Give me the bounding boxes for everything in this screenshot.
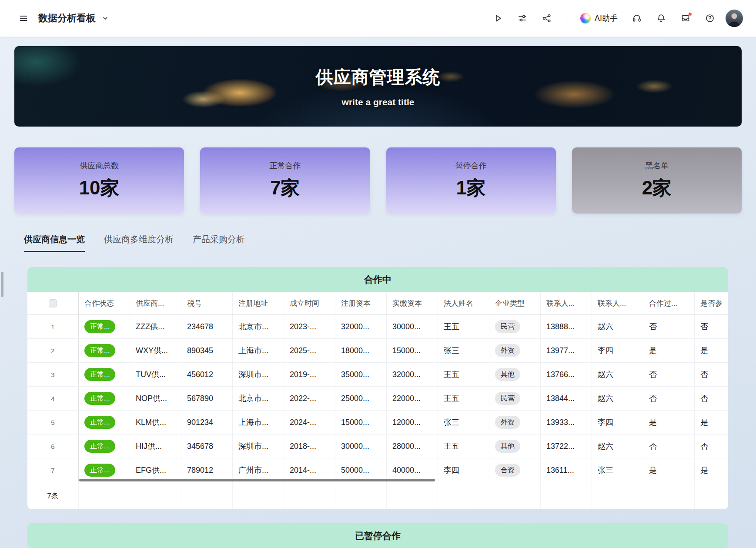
headset-icon[interactable] <box>628 10 646 27</box>
help-icon[interactable] <box>701 10 719 27</box>
tab-item[interactable]: 供应商信息一览 <box>24 234 85 252</box>
table-cell[interactable]: ZZZ供... <box>130 315 181 338</box>
table-cell[interactable]: 北京市... <box>233 387 284 410</box>
stat-card[interactable]: 黑名单2家 <box>572 147 742 214</box>
table-cell[interactable]: 否 <box>643 363 695 386</box>
vertical-scrollbar[interactable] <box>1 272 3 297</box>
table-cell[interactable]: 外资 <box>489 339 541 362</box>
settings-sliders-icon[interactable] <box>514 10 531 27</box>
table-cell[interactable]: 是 <box>643 411 695 434</box>
table-cell[interactable]: 正常... <box>79 387 130 410</box>
table-cell[interactable]: 2019-... <box>284 363 335 386</box>
table-cell[interactable]: 正常... <box>79 315 130 338</box>
table-cell[interactable]: 32000... <box>387 363 438 386</box>
table-cell[interactable]: 张三 <box>438 411 489 434</box>
table-cell[interactable]: 正常... <box>79 339 130 362</box>
tab-item[interactable]: 供应商多维度分析 <box>104 234 174 252</box>
table-cell[interactable]: TUV供... <box>130 363 181 386</box>
table-cell[interactable]: 345678 <box>181 434 233 458</box>
ai-assistant-button[interactable]: AI助手 <box>577 10 621 26</box>
table-cell[interactable]: 13722... <box>541 434 592 458</box>
table-cell[interactable]: 2025-... <box>284 339 335 362</box>
table-cell[interactable]: 北京市... <box>233 315 284 338</box>
table-cell[interactable]: 13844... <box>541 387 592 410</box>
table-cell[interactable]: NOP供... <box>130 387 181 410</box>
table-cell[interactable]: 13611... <box>541 458 592 482</box>
table-cell[interactable]: 合资 <box>489 458 541 482</box>
table-cell[interactable]: 否 <box>695 387 728 410</box>
table-cell[interactable]: 13977... <box>541 339 592 362</box>
table-cell[interactable]: 李四 <box>592 339 643 362</box>
table-cell[interactable]: 是 <box>695 411 728 434</box>
hero-banner[interactable]: 供应商管理系统 write a great title <box>14 46 742 127</box>
table-cell[interactable]: 456012 <box>181 363 233 386</box>
table-cell[interactable]: 2024-... <box>284 411 335 434</box>
table-cell[interactable]: 赵六 <box>592 315 643 338</box>
table-cell[interactable]: 50000... <box>335 458 387 482</box>
table-cell[interactable]: 40000... <box>387 458 438 482</box>
table-cell[interactable]: 789012 <box>181 458 233 482</box>
share-icon[interactable] <box>538 10 555 27</box>
table-cell[interactable]: 22000... <box>387 387 438 410</box>
stat-card[interactable]: 正常合作7家 <box>200 147 370 214</box>
table-cell[interactable]: 赵六 <box>592 387 643 410</box>
table-cell[interactable]: 30000... <box>335 434 387 458</box>
table-cell[interactable]: 深圳市... <box>233 434 284 458</box>
table-cell[interactable]: 王五 <box>438 315 489 338</box>
table-cell[interactable]: 王五 <box>438 387 489 410</box>
table-cell[interactable]: 赵六 <box>592 363 643 386</box>
table-cell[interactable]: 2014-... <box>284 458 335 482</box>
menu-icon[interactable] <box>15 10 32 27</box>
table-cell[interactable]: 901234 <box>181 411 233 434</box>
table-cell[interactable]: 上海市... <box>233 339 284 362</box>
table-cell[interactable]: 王五 <box>438 434 489 458</box>
play-icon[interactable] <box>489 10 507 27</box>
table-cell[interactable]: 否 <box>695 315 728 338</box>
table-cell[interactable]: 890345 <box>181 339 233 362</box>
table-cell[interactable]: 15000... <box>387 339 438 362</box>
table-cell[interactable]: 234678 <box>181 315 233 338</box>
select-all-checkbox[interactable] <box>49 299 57 307</box>
table-cell[interactable]: 否 <box>643 387 695 410</box>
table-cell[interactable]: WXY供... <box>130 339 181 362</box>
table-cell[interactable]: 是 <box>695 458 728 482</box>
table-cell[interactable]: 13933... <box>541 411 592 434</box>
horizontal-scrollbar[interactable] <box>79 479 435 481</box>
table-cell[interactable]: 民营 <box>489 315 541 338</box>
table-cell[interactable]: 深圳市... <box>233 363 284 386</box>
table-cell[interactable]: 张三 <box>438 339 489 362</box>
stat-card[interactable]: 供应商总数10家 <box>14 147 184 214</box>
table-cell[interactable]: 567890 <box>181 387 233 410</box>
chevron-down-icon[interactable] <box>102 15 109 22</box>
table-cell[interactable]: 外资 <box>489 411 541 434</box>
table-cell[interactable]: 否 <box>643 434 695 458</box>
table-cell[interactable]: 正常... <box>79 363 130 386</box>
table-cell[interactable]: EFG供... <box>130 458 181 482</box>
table-cell[interactable]: HIJ供... <box>130 434 181 458</box>
table-cell[interactable]: 28000... <box>387 434 438 458</box>
table-cell[interactable]: KLM供... <box>130 411 181 434</box>
table-cell[interactable]: 其他 <box>489 434 541 458</box>
tab-item[interactable]: 产品采购分析 <box>193 234 245 252</box>
table-cell[interactable]: 13888... <box>541 315 592 338</box>
table-cell[interactable]: 2023-... <box>284 315 335 338</box>
table-cell[interactable]: 13766... <box>541 363 592 386</box>
table-cell[interactable]: 否 <box>643 315 695 338</box>
table-cell[interactable]: 王五 <box>438 363 489 386</box>
inbox-icon[interactable] <box>677 10 694 27</box>
table-cell[interactable]: 否 <box>695 363 728 386</box>
user-avatar[interactable] <box>726 10 743 27</box>
table-cell[interactable]: 15000... <box>335 411 387 434</box>
table-cell[interactable]: 张三 <box>592 458 643 482</box>
table-cell[interactable]: 是 <box>643 339 695 362</box>
table-cell[interactable]: 正常... <box>79 434 130 458</box>
table-cell[interactable]: 李四 <box>438 458 489 482</box>
table-cell[interactable]: 李四 <box>592 411 643 434</box>
stat-card[interactable]: 暂停合作1家 <box>386 147 556 214</box>
table-cell[interactable]: 广州市... <box>233 458 284 482</box>
table-cell[interactable]: 30000... <box>387 315 438 338</box>
table-cell[interactable]: 12000... <box>387 411 438 434</box>
table-cell[interactable]: 民营 <box>489 387 541 410</box>
table-cell[interactable]: 18000... <box>335 339 387 362</box>
table-cell[interactable]: 2018-... <box>284 434 335 458</box>
